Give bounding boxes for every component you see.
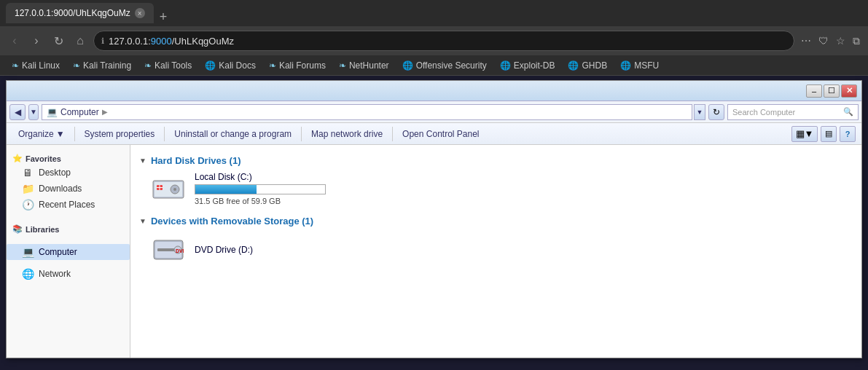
shield-icon[interactable]: 🛡	[816, 34, 831, 48]
hard-disk-section-label: Hard Disk Drives (1)	[151, 155, 241, 166]
dvd-drive-item[interactable]: DVD DVD Drive (D:)	[151, 232, 853, 267]
lock-icon: ℹ	[101, 36, 104, 46]
local-disk-info: Local Disk (C:) 31.5 GB free of 59.9 GB	[195, 172, 326, 205]
bookmark-ghdb[interactable]: 🌐 GHDB	[562, 59, 613, 72]
local-disk-name: Local Disk (C:)	[195, 172, 326, 182]
bookmark-msfu[interactable]: 🌐 MSFU	[614, 59, 665, 72]
sidebar-item-computer[interactable]: 💻 Computer	[7, 244, 130, 260]
system-properties-label: System properties	[85, 129, 155, 139]
organize-arrow-icon: ▼	[56, 129, 65, 139]
address-prefix: 127.0.0.1:	[109, 36, 151, 47]
offensive-security-icon: 🌐	[402, 60, 413, 71]
bookmark-label: Kali Tools	[155, 60, 192, 71]
sidebar-label: Desktop	[39, 168, 71, 178]
explorer-back-dropdown[interactable]: ▼	[28, 104, 39, 120]
exploit-db-icon: 🌐	[500, 60, 511, 71]
control-panel-button[interactable]: Open Control Panel	[396, 127, 485, 141]
computer-icon: 💻	[21, 246, 34, 258]
favorites-section: ⭐ Favorites 🖥 Desktop 📁 Downloads 🕐 Rece…	[7, 151, 130, 213]
toolbar-separator-1	[74, 127, 75, 141]
uninstall-button[interactable]: Uninstall or change a program	[168, 127, 297, 141]
minimize-button[interactable]: –	[806, 84, 822, 98]
search-placeholder: Search Computer	[732, 108, 795, 117]
sidebar-label: Recent Places	[39, 200, 95, 210]
preview-pane-button[interactable]: ▤	[821, 126, 837, 142]
disk-progress-fill	[195, 185, 257, 194]
nethunter-icon: ❧	[339, 60, 346, 71]
explorer-back-button[interactable]: ◀	[9, 104, 26, 120]
address-bar[interactable]: ℹ 127.0.0.1:9000/UhLKqgOuMz	[93, 31, 794, 51]
removable-section-label: Devices with Removable Storage (1)	[151, 216, 313, 227]
computer-label: Computer	[39, 247, 77, 257]
explorer-refresh-button[interactable]: ↻	[708, 104, 724, 120]
address-path: /UhLKqgOuMz	[172, 36, 234, 47]
disk-free-text: 31.5 GB free of 59.9 GB	[195, 197, 326, 205]
favorites-header[interactable]: ⭐ Favorites	[7, 151, 130, 165]
refresh-button[interactable]: ↻	[50, 32, 67, 50]
bookmark-label: Exploit-DB	[514, 60, 555, 71]
bookmark-icon[interactable]: ☆	[834, 34, 848, 48]
desktop-icon: 🖥	[21, 167, 34, 178]
more-options-icon[interactable]: ⋯	[799, 34, 813, 48]
address-text: 127.0.0.1:9000/UhLKqgOuMz	[109, 36, 786, 47]
network-icon: 🌐	[21, 268, 34, 280]
removable-section-header[interactable]: ▼ Devices with Removable Storage (1)	[139, 216, 853, 227]
sidebar-toggle-icon[interactable]: ⧉	[851, 34, 862, 49]
sidebar-item-network[interactable]: 🌐 Network	[7, 266, 130, 282]
bookmark-exploit-db[interactable]: 🌐 Exploit-DB	[494, 59, 561, 72]
kali-tools-icon: ❧	[144, 60, 152, 71]
breadcrumb-text: Computer	[60, 107, 99, 117]
libraries-header[interactable]: 📚 Libraries	[7, 221, 130, 235]
system-properties-button[interactable]: System properties	[79, 127, 161, 141]
toolbar-separator-2	[164, 127, 165, 141]
explorer-search-box[interactable]: Search Computer 🔍	[727, 104, 859, 120]
active-tab[interactable]: 127.0.0.1:9000/UhLKqgOuMz ×	[6, 3, 154, 23]
bookmark-kali-forums[interactable]: ❧ Kali Forums	[263, 59, 332, 72]
local-disk-item[interactable]: Local Disk (C:) 31.5 GB free of 59.9 GB	[151, 172, 853, 207]
bookmarks-bar: ❧ Kali Linux ❧ Kali Training ❧ Kali Tool…	[0, 55, 868, 76]
msfu-icon: 🌐	[620, 60, 631, 71]
home-button[interactable]: ⌂	[71, 32, 89, 50]
explorer-titlebar: – ☐ ✕	[7, 81, 861, 101]
kali-docs-icon: 🌐	[205, 60, 216, 71]
libraries-icon: 📚	[12, 224, 23, 234]
sidebar-item-desktop[interactable]: 🖥 Desktop	[7, 165, 130, 181]
removable-arrow-icon: ▼	[139, 217, 146, 225]
forward-button[interactable]: ›	[28, 32, 45, 50]
sidebar-item-recent-places[interactable]: 🕐 Recent Places	[7, 197, 130, 213]
close-button[interactable]: ✕	[841, 84, 857, 98]
libraries-label: Libraries	[26, 225, 59, 234]
bookmark-offensive-security[interactable]: 🌐 Offensive Security	[396, 59, 493, 72]
back-button[interactable]: ‹	[6, 32, 23, 50]
help-button[interactable]: ?	[840, 126, 856, 142]
hard-disk-section-header[interactable]: ▼ Hard Disk Drives (1)	[139, 155, 853, 166]
organize-label: Organize	[18, 129, 54, 139]
bookmark-nethunter[interactable]: ❧ NetHunter	[333, 59, 395, 72]
tab-close-button[interactable]: ×	[135, 8, 145, 18]
recent-places-icon: 🕐	[21, 199, 34, 210]
disk-progress-bar	[195, 184, 326, 194]
toolbar-separator-4	[392, 127, 393, 141]
sidebar-divider-2	[7, 238, 130, 244]
sidebar-divider-3	[7, 260, 130, 266]
organize-button[interactable]: Organize ▼	[12, 127, 71, 141]
local-disk-icon-wrap	[151, 172, 186, 207]
bookmark-kali-docs[interactable]: 🌐 Kali Docs	[199, 59, 262, 72]
bookmark-kali-training[interactable]: ❧ Kali Training	[67, 59, 137, 72]
kali-training-icon: ❧	[73, 60, 80, 71]
breadcrumb-separator: ▶	[102, 108, 108, 116]
map-network-button[interactable]: Map network drive	[305, 127, 388, 141]
maximize-button[interactable]: ☐	[824, 84, 840, 98]
explorer-breadcrumb[interactable]: 💻 Computer ▶	[42, 104, 692, 120]
new-tab-button[interactable]: +	[155, 10, 172, 23]
sidebar-item-downloads[interactable]: 📁 Downloads	[7, 181, 130, 197]
path-dropdown-button[interactable]: ▼	[694, 104, 705, 120]
uninstall-label: Uninstall or change a program	[174, 129, 292, 139]
browser-navbar: ‹ › ↻ ⌂ ℹ 127.0.0.1:9000/UhLKqgOuMz ⋯ 🛡 …	[0, 26, 868, 55]
bookmark-label: MSFU	[634, 60, 659, 71]
sidebar-divider-1	[7, 216, 130, 221]
svg-point-6	[173, 188, 176, 191]
bookmark-kali-tools[interactable]: ❧ Kali Tools	[138, 59, 198, 72]
view-dropdown-button[interactable]: ▦▼	[791, 126, 818, 142]
bookmark-kali-linux[interactable]: ❧ Kali Linux	[6, 59, 66, 72]
